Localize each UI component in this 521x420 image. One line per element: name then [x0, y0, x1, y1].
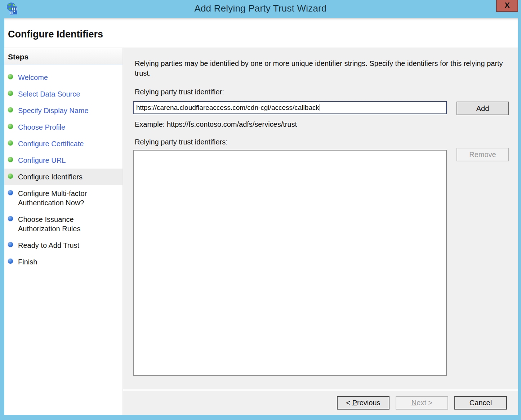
step-item-select-data-source[interactable]: Select Data Source: [4, 86, 123, 102]
step-item-configure-certificate[interactable]: Configure Certificate: [4, 135, 123, 152]
step-item-welcome[interactable]: Welcome: [4, 69, 123, 86]
step-item-ready-to-add-trust: Ready to Add Trust: [4, 237, 123, 254]
steps-header: Steps: [4, 48, 123, 65]
steps-sidebar: Steps Welcome Select Data Source Specify…: [4, 48, 123, 415]
step-pending-bullet-icon: [8, 242, 13, 247]
next-button[interactable]: Next >: [396, 396, 448, 410]
wizard-footer: < Previous Next > Cancel: [123, 389, 518, 415]
step-label: Configure Multi-factor Authentication No…: [18, 189, 101, 207]
previous-button[interactable]: < Previous: [337, 396, 389, 410]
window-title: Add Relying Party Trust Wizard: [0, 3, 521, 14]
example-text: Example: https://fs.contoso.com/adfs/ser…: [135, 120, 297, 129]
step-label: Ready to Add Trust: [18, 241, 79, 250]
title-bar: Add Relying Party Trust Wizard X: [0, 0, 521, 18]
step-done-bullet-icon: [8, 74, 13, 79]
step-item-specify-display-name[interactable]: Specify Display Name: [4, 102, 123, 119]
step-done-bullet-icon: [8, 174, 13, 179]
steps-list: Welcome Select Data Source Specify Displ…: [4, 65, 123, 270]
step-item-configure-mfa: Configure Multi-factor Authentication No…: [4, 185, 123, 211]
step-done-bullet-icon: [8, 124, 13, 129]
previous-label-pre: <: [346, 399, 352, 407]
remove-button[interactable]: Remove: [457, 148, 509, 161]
step-item-finish: Finish: [4, 254, 123, 270]
next-label-rest: ext >: [417, 399, 432, 407]
previous-label-rest: revious: [357, 399, 380, 407]
text-caret: [320, 104, 320, 111]
intro-text: Relying parties may be identified by one…: [135, 59, 506, 78]
main-content: Relying parties may be identified by one…: [123, 48, 518, 389]
next-label-accel: N: [411, 399, 417, 407]
step-pending-bullet-icon: [8, 259, 13, 264]
step-label: Finish: [18, 257, 37, 267]
relying-party-identifier-input[interactable]: https://carena.cloudflareaccess.com/cdn-…: [133, 101, 447, 114]
step-item-choose-profile[interactable]: Choose Profile: [4, 119, 123, 135]
wizard-body: Configure Identifiers Steps Welcome Sele…: [4, 18, 518, 415]
step-label: Configure Identifiers: [18, 172, 83, 182]
step-label[interactable]: Choose Profile: [18, 122, 65, 132]
step-label[interactable]: Specify Display Name: [18, 106, 89, 115]
previous-label-accel: P: [352, 399, 357, 407]
step-item-choose-issuance-rules: Choose Issuance Authorization Rules: [4, 211, 123, 237]
step-label[interactable]: Configure Certificate: [18, 139, 84, 148]
step-item-configure-url[interactable]: Configure URL: [4, 152, 123, 169]
identifiers-list-label: Relying party trust identifiers:: [135, 138, 228, 146]
step-label[interactable]: Welcome: [18, 73, 48, 82]
identifier-field-label: Relying party trust identifier:: [135, 88, 224, 96]
page-title: Configure Identifiers: [8, 29, 518, 40]
wizard-window: Add Relying Party Trust Wizard X Configu…: [0, 0, 521, 420]
page-header: Configure Identifiers: [4, 18, 518, 48]
step-done-bullet-icon: [8, 140, 13, 146]
step-label: Choose Issuance Authorization Rules: [18, 215, 101, 233]
relying-party-identifiers-listbox[interactable]: [133, 150, 447, 376]
identifier-input-value: https://carena.cloudflareaccess.com/cdn-…: [136, 104, 319, 111]
close-icon: X: [504, 1, 510, 10]
step-done-bullet-icon: [8, 107, 13, 112]
step-done-bullet-icon: [8, 91, 13, 96]
step-item-configure-identifiers-current[interactable]: Configure Identifiers: [4, 169, 123, 185]
step-pending-bullet-icon: [8, 216, 13, 221]
add-button[interactable]: Add: [457, 102, 509, 115]
close-button[interactable]: X: [496, 0, 518, 12]
step-label[interactable]: Select Data Source: [18, 89, 80, 99]
step-pending-bullet-icon: [8, 190, 13, 195]
step-done-bullet-icon: [8, 157, 13, 162]
main-panel: Relying parties may be identified by one…: [123, 48, 518, 415]
cancel-button[interactable]: Cancel: [454, 396, 507, 410]
step-label[interactable]: Configure URL: [18, 156, 66, 165]
